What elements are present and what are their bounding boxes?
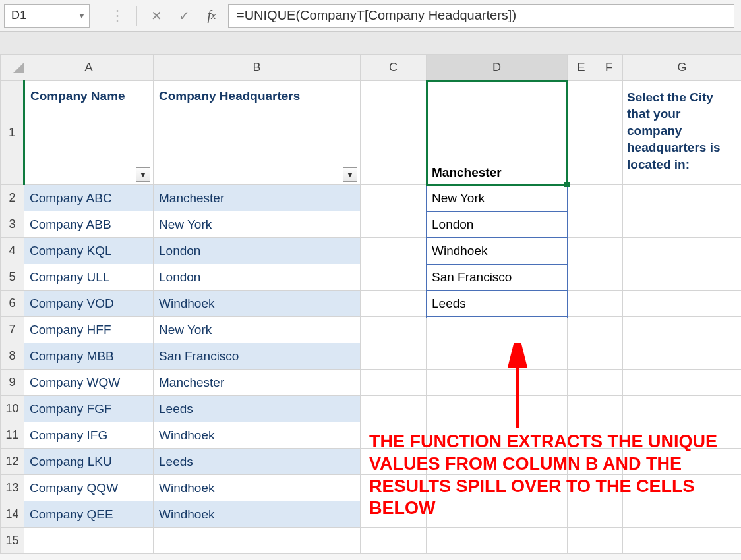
cell-A4[interactable]: Company KQL <box>24 238 154 264</box>
cell-A5[interactable]: Company ULL <box>24 264 154 291</box>
cell-A12[interactable]: Compang LKU <box>24 449 154 475</box>
cell-F3[interactable] <box>595 211 623 238</box>
cell-B8[interactable]: San Francisco <box>154 343 361 370</box>
cell-F5[interactable] <box>595 264 623 291</box>
cell-G14[interactable] <box>623 501 742 528</box>
cell-F6[interactable] <box>595 291 623 317</box>
col-header-A[interactable]: A <box>24 55 154 81</box>
cell-B4[interactable]: London <box>154 238 361 264</box>
cell-D13[interactable] <box>427 475 568 501</box>
cell-F2[interactable] <box>595 185 623 211</box>
cell-B12[interactable]: Leeds <box>154 449 361 475</box>
cell-G6[interactable] <box>623 291 742 317</box>
cell-G2[interactable] <box>623 185 742 211</box>
col-header-F[interactable]: F <box>595 55 623 81</box>
filter-button-A[interactable] <box>136 167 150 182</box>
name-box[interactable]: D1 ▼ <box>4 4 90 28</box>
cell-G15[interactable] <box>623 528 742 554</box>
cell-A8[interactable]: Company MBB <box>24 343 154 370</box>
cell-B14[interactable]: Windhoek <box>154 501 361 528</box>
cell-F7[interactable] <box>595 317 623 343</box>
cell-E5[interactable] <box>568 264 595 291</box>
cell-E15[interactable] <box>568 528 595 554</box>
cell-C10[interactable] <box>361 396 427 422</box>
col-header-C[interactable]: C <box>361 55 427 81</box>
row-header-15[interactable]: 15 <box>1 528 24 554</box>
cell-F10[interactable] <box>595 396 623 422</box>
cell-C3[interactable] <box>361 211 427 238</box>
col-header-D[interactable]: D <box>427 55 568 81</box>
cell-D4[interactable]: Windhoek <box>427 238 568 264</box>
cell-G8[interactable] <box>623 343 742 370</box>
cell-B2[interactable]: Manchester <box>154 185 361 211</box>
cell-D11[interactable] <box>427 422 568 449</box>
cell-E13[interactable] <box>568 475 595 501</box>
cell-C4[interactable] <box>361 238 427 264</box>
cell-D2[interactable]: New York <box>427 185 568 211</box>
cell-C5[interactable] <box>361 264 427 291</box>
enter-icon[interactable]: ✓ <box>173 5 195 27</box>
cell-E4[interactable] <box>568 238 595 264</box>
cell-B11[interactable]: Windhoek <box>154 422 361 449</box>
cell-A9[interactable]: Company WQW <box>24 370 154 396</box>
cell-E3[interactable] <box>568 211 595 238</box>
formula-input[interactable]: =UNIQUE(CompanyT[Company Headquarters]) <box>228 4 734 28</box>
cell-A2[interactable]: Company ABC <box>24 185 154 211</box>
cell-A6[interactable]: Company VOD <box>24 291 154 317</box>
cell-B13[interactable]: Windhoek <box>154 475 361 501</box>
row-header-10[interactable]: 10 <box>1 396 24 422</box>
cell-B10[interactable]: Leeds <box>154 396 361 422</box>
cell-A14[interactable]: Company QEE <box>24 501 154 528</box>
cell-B7[interactable]: New York <box>154 317 361 343</box>
cell-F12[interactable] <box>595 449 623 475</box>
cell-D3[interactable]: London <box>427 211 568 238</box>
fill-handle[interactable] <box>564 182 570 187</box>
cell-B1[interactable]: Company Headquarters <box>154 81 361 185</box>
row-header-14[interactable]: 14 <box>1 501 24 528</box>
row-header-6[interactable]: 6 <box>1 291 24 317</box>
cell-F14[interactable] <box>595 501 623 528</box>
cell-A1[interactable]: Company Name <box>24 81 154 185</box>
cell-D10[interactable] <box>427 396 568 422</box>
cell-F8[interactable] <box>595 343 623 370</box>
cell-B3[interactable]: New York <box>154 211 361 238</box>
col-header-B[interactable]: B <box>154 55 361 81</box>
cell-C7[interactable] <box>361 317 427 343</box>
row-header-7[interactable]: 7 <box>1 317 24 343</box>
row-header-5[interactable]: 5 <box>1 264 24 291</box>
cell-E9[interactable] <box>568 370 595 396</box>
row-header-12[interactable]: 12 <box>1 449 24 475</box>
cell-B9[interactable]: Manchester <box>154 370 361 396</box>
cell-G7[interactable] <box>623 317 742 343</box>
cell-A10[interactable]: Company FGF <box>24 396 154 422</box>
row-header-13[interactable]: 13 <box>1 475 24 501</box>
cell-C12[interactable] <box>361 449 427 475</box>
cell-C11[interactable] <box>361 422 427 449</box>
cell-E6[interactable] <box>568 291 595 317</box>
cell-D12[interactable] <box>427 449 568 475</box>
cell-F13[interactable] <box>595 475 623 501</box>
cell-C15[interactable] <box>361 528 427 554</box>
cancel-icon[interactable]: ✕ <box>145 5 167 27</box>
cell-E10[interactable] <box>568 396 595 422</box>
cell-C14[interactable] <box>361 501 427 528</box>
cell-C9[interactable] <box>361 370 427 396</box>
cell-F15[interactable] <box>595 528 623 554</box>
cell-G12[interactable] <box>623 449 742 475</box>
cell-G10[interactable] <box>623 396 742 422</box>
cell-A13[interactable]: Company QQW <box>24 475 154 501</box>
cell-C8[interactable] <box>361 343 427 370</box>
cell-E11[interactable] <box>568 422 595 449</box>
cell-B6[interactable]: Windhoek <box>154 291 361 317</box>
cell-A11[interactable]: Company IFG <box>24 422 154 449</box>
cell-G13[interactable] <box>623 475 742 501</box>
cell-B5[interactable]: London <box>154 264 361 291</box>
cell-G3[interactable] <box>623 211 742 238</box>
cell-D15[interactable] <box>427 528 568 554</box>
cell-G1[interactable]: Select the City that your company headqu… <box>623 81 742 185</box>
cell-A7[interactable]: Company HFF <box>24 317 154 343</box>
row-header-1[interactable]: 1 <box>1 81 24 185</box>
row-header-4[interactable]: 4 <box>1 238 24 264</box>
select-all-corner[interactable] <box>1 55 24 81</box>
row-header-9[interactable]: 9 <box>1 370 24 396</box>
